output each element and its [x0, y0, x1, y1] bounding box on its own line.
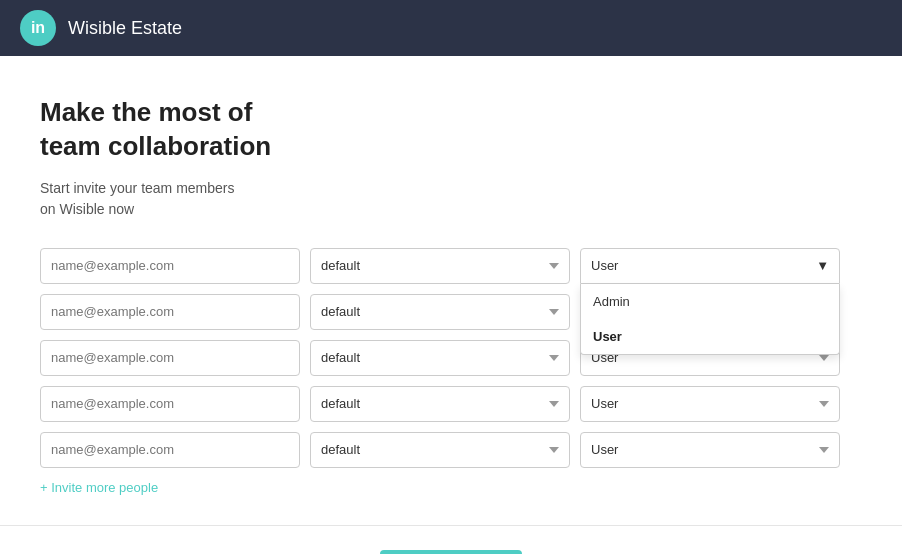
invite-row: default User Admin — [40, 432, 862, 468]
role-dropdown-open[interactable]: User ▼ Admin User — [580, 248, 840, 284]
email-input-2[interactable] — [40, 294, 300, 330]
role-dropdown-menu: Admin User — [580, 284, 840, 355]
role-option-user[interactable]: User — [581, 319, 839, 354]
role-select-4[interactable]: User Admin — [580, 386, 840, 422]
subtext-line1: Start invite your team members — [40, 180, 235, 196]
logo-text: in — [31, 19, 45, 37]
subtext-line2: on Wisible now — [40, 201, 134, 217]
group-select-5[interactable]: default — [310, 432, 570, 468]
email-input-5[interactable] — [40, 432, 300, 468]
heading-line2: team collaboration — [40, 131, 271, 161]
invite-rows: default User ▼ Admin User default — [40, 248, 862, 468]
bottom-actions: Invite Now — [40, 550, 862, 554]
invite-row: default User Admin — [40, 386, 862, 422]
app-header: in Wisible Estate — [0, 0, 902, 56]
group-select-1[interactable]: default — [310, 248, 570, 284]
main-content: Make the most of team collaboration Star… — [0, 56, 902, 554]
role-dropdown-value: User — [591, 258, 618, 273]
group-select-4[interactable]: default — [310, 386, 570, 422]
email-input-4[interactable] — [40, 386, 300, 422]
invite-more-button[interactable]: + Invite more people — [40, 480, 862, 495]
app-logo: in — [20, 10, 56, 46]
chevron-down-icon: ▼ — [816, 258, 829, 273]
email-input-3[interactable] — [40, 340, 300, 376]
invite-row: default User ▼ Admin User — [40, 248, 862, 284]
group-select-2[interactable]: default — [310, 294, 570, 330]
email-input-1[interactable] — [40, 248, 300, 284]
role-select-5[interactable]: User Admin — [580, 432, 840, 468]
heading-line1: Make the most of — [40, 97, 252, 127]
role-dropdown-trigger[interactable]: User ▼ — [580, 248, 840, 284]
group-select-3[interactable]: default — [310, 340, 570, 376]
app-title: Wisible Estate — [68, 18, 182, 39]
section-divider — [0, 525, 902, 526]
page-heading: Make the most of team collaboration — [40, 96, 862, 164]
invite-now-button[interactable]: Invite Now — [380, 550, 522, 554]
role-option-admin[interactable]: Admin — [581, 284, 839, 319]
page-subtext: Start invite your team members on Wisibl… — [40, 178, 862, 220]
